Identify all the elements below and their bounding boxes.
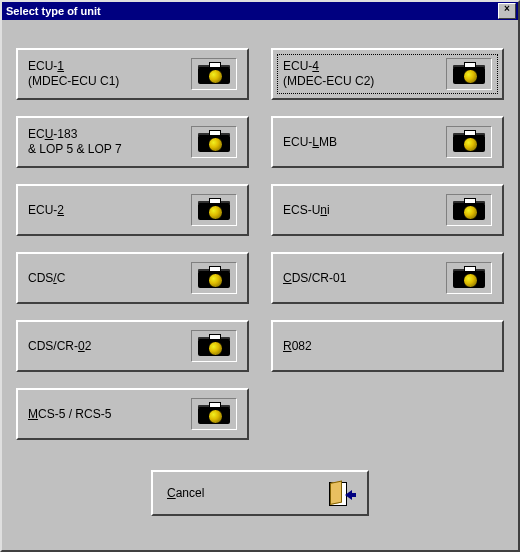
dialog-window: Select type of unit × ECU-1(MDEC-ECU C1)…: [0, 0, 520, 552]
unit-button-cds-cr02[interactable]: CDS/CR-02: [16, 320, 249, 372]
unit-button-ecu-1[interactable]: ECU-1(MDEC-ECU C1): [16, 48, 249, 100]
unit-button-ecs-uni[interactable]: ECS-Uni: [271, 184, 504, 236]
titlebar: Select type of unit ×: [2, 2, 518, 20]
unit-button-cds-cr01[interactable]: CDS/CR-01: [271, 252, 504, 304]
cancel-label: Cancel: [167, 486, 327, 500]
unit-grid: ECU-1(MDEC-ECU C1)ECU-4(MDEC-ECU C2)ECU-…: [16, 48, 504, 440]
unit-label: ECU-1(MDEC-ECU C1): [28, 59, 191, 89]
camera-icon: [446, 126, 492, 158]
unit-label: MCS-5 / RCS-5: [28, 407, 191, 422]
camera-icon: [191, 194, 237, 226]
camera-icon: [191, 398, 237, 430]
cancel-row: Cancel: [16, 470, 504, 516]
unit-label: ECU-2: [28, 203, 191, 218]
unit-label: CDS/CR-01: [283, 271, 446, 286]
unit-button-mcs-5[interactable]: MCS-5 / RCS-5: [16, 388, 249, 440]
unit-button-cds-c[interactable]: CDS/C: [16, 252, 249, 304]
camera-icon: [446, 262, 492, 294]
window-title: Select type of unit: [6, 5, 498, 17]
unit-button-r082[interactable]: R082: [271, 320, 504, 372]
camera-icon: [446, 194, 492, 226]
close-button[interactable]: ×: [498, 3, 516, 19]
camera-icon: [191, 330, 237, 362]
camera-icon: [446, 58, 492, 90]
unit-label: ECU-LMB: [283, 135, 446, 150]
exit-door-icon: [327, 480, 353, 506]
unit-label: R082: [283, 339, 492, 354]
unit-button-ecu-183[interactable]: ECU-183& LOP 5 & LOP 7: [16, 116, 249, 168]
unit-button-ecu-2[interactable]: ECU-2: [16, 184, 249, 236]
unit-button-ecu-4[interactable]: ECU-4(MDEC-ECU C2): [271, 48, 504, 100]
unit-label: ECU-4(MDEC-ECU C2): [283, 59, 446, 89]
camera-icon: [191, 126, 237, 158]
camera-icon: [191, 262, 237, 294]
cancel-button[interactable]: Cancel: [151, 470, 369, 516]
unit-button-ecu-lmb[interactable]: ECU-LMB: [271, 116, 504, 168]
unit-label: ECU-183& LOP 5 & LOP 7: [28, 127, 191, 157]
dialog-content: ECU-1(MDEC-ECU C1)ECU-4(MDEC-ECU C2)ECU-…: [2, 20, 518, 530]
unit-label: ECS-Uni: [283, 203, 446, 218]
camera-icon: [191, 58, 237, 90]
unit-label: CDS/CR-02: [28, 339, 191, 354]
unit-label: CDS/C: [28, 271, 191, 286]
